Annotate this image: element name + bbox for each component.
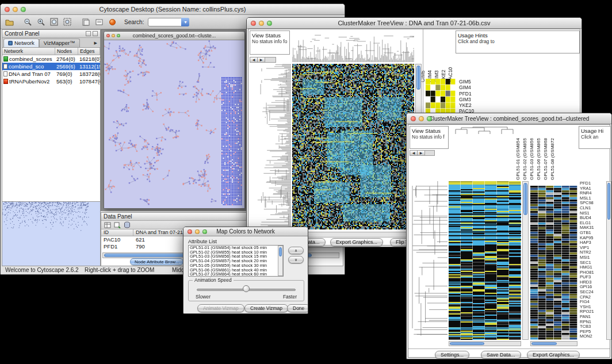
column-label[interactable]: GIM4 <box>427 32 433 82</box>
network-row[interactable]: DNA and Tran 07 769(0) 183728(0) <box>2 70 100 78</box>
network-row[interactable]: combined_sco 2569(6) 13112(15) <box>2 63 100 70</box>
attribute-list-vscroll-thumb[interactable] <box>279 247 282 256</box>
col-nodes[interactable]: Nodes <box>55 48 78 55</box>
treeview1-export-graphics-button[interactable]: Export Graphics... <box>330 238 383 246</box>
zoom-hscrollbar[interactable] <box>530 341 577 346</box>
row-dendrogram-canvas[interactable] <box>250 64 291 229</box>
gene-list-vscrollbar[interactable] <box>606 181 611 340</box>
gene-list-vscroll-thumb[interactable] <box>607 183 610 220</box>
dialog-minimize-button[interactable] <box>195 229 200 234</box>
dialog-maximize-button[interactable] <box>202 229 207 234</box>
inner-close-button[interactable] <box>106 34 110 37</box>
array-label[interactable]: GPL51-08 (GSM872 <box>550 126 556 180</box>
create-vizmap-button[interactable]: Create Vizmap <box>244 304 288 312</box>
col-edges[interactable]: Edges <box>78 48 100 55</box>
zoom-fit-icon[interactable] <box>48 17 60 28</box>
select-attributes-icon[interactable] <box>104 221 112 228</box>
treeview1-maximize-button[interactable] <box>267 21 272 26</box>
zoom-heatmap-canvas[interactable] <box>530 186 577 340</box>
network-view-window[interactable]: combined_scores_good.txt--cluste... <box>104 31 245 209</box>
snapshot-icon[interactable] <box>80 17 91 28</box>
tab-overflow-arrow[interactable]: ▶ <box>93 39 99 47</box>
treeview2-save-data-button[interactable]: Save Data... <box>481 351 521 359</box>
column-label[interactable]: PAC10 <box>447 32 454 82</box>
treeview2-settings-button[interactable]: Settings... <box>435 351 469 359</box>
gene-label[interactable]: MON2 <box>580 334 605 339</box>
move-down-button[interactable]: ∨ <box>288 256 304 263</box>
node-attribute-browser-button[interactable]: Node Attribute Brow... <box>130 258 183 265</box>
close-panel-icon[interactable] <box>93 31 98 36</box>
inner-minimize-button[interactable] <box>112 34 115 37</box>
treeview2-minimize-button[interactable] <box>419 116 424 121</box>
treeview1-mini-hscrollbar[interactable]: ◀ ▶ <box>250 57 276 63</box>
array-label[interactable]: GPL51-07 (GSM868 <box>543 126 549 180</box>
scroll-left-icon[interactable]: ◀ <box>410 151 418 155</box>
zoom-selected-icon[interactable] <box>62 17 73 28</box>
col-network[interactable]: Network <box>2 48 55 55</box>
float-panel-icon[interactable] <box>86 31 91 36</box>
attribute-list[interactable]: GPL51-01 (GSM854) heat shock 05 minGPL51… <box>188 245 284 277</box>
col-id[interactable]: ID <box>101 229 133 236</box>
dialog-titlebar[interactable]: Map Colors to Network <box>183 227 308 236</box>
selection-gene-label[interactable]: GIM5 <box>459 79 474 85</box>
heatmap2-hscroll-thumb[interactable] <box>450 342 484 345</box>
treeview1-minimize-button[interactable] <box>259 21 264 26</box>
column-dendrogram-canvas[interactable] <box>292 30 414 62</box>
animate-vizmap-button[interactable]: Animate Vizmap <box>197 304 244 312</box>
treeview1-titlebar[interactable]: ClusterMaker TreeView : DNA and Tran 07-… <box>247 18 582 29</box>
network-graph-canvas[interactable] <box>104 40 244 209</box>
zoom-in-icon[interactable] <box>35 17 47 28</box>
heatmap-canvas[interactable] <box>292 64 414 229</box>
treeview2-export-graphics-button[interactable]: Export Graphics... <box>527 351 580 359</box>
attribute-list-vscrollbar[interactable] <box>278 246 283 276</box>
array-label[interactable]: GPL51-02 (GSM855 <box>522 126 529 180</box>
selection-heatmap-canvas[interactable] <box>426 79 456 114</box>
close-button[interactable] <box>5 7 10 12</box>
cytoscape-titlebar[interactable]: Cytoscape Desktop (Session Name: collins… <box>1 4 345 15</box>
network-row[interactable]: tRNAPuberNov2 563(0) 107847(0) <box>2 78 100 85</box>
dialog-close-button[interactable] <box>188 229 192 234</box>
maximize-button[interactable] <box>21 7 26 12</box>
selection-gene-label[interactable]: PFD1 <box>459 91 474 97</box>
selection-gene-label[interactable]: YKE2 <box>459 102 474 108</box>
network-overview-thumbnail[interactable] <box>2 202 100 266</box>
array-label[interactable]: GPL51-03 (GSM856 <box>529 126 536 180</box>
vizmapper-icon[interactable] <box>106 17 118 28</box>
network-row[interactable]: combined_scores 2764(0) 16218(0) <box>2 55 100 63</box>
tab-network[interactable]: Network <box>3 39 39 47</box>
selection-gene-label[interactable]: GIM3 <box>459 97 474 102</box>
zoom-out-icon[interactable] <box>22 17 33 28</box>
treeview2-maximize-button[interactable] <box>427 116 432 121</box>
attribute-store-icon[interactable] <box>123 221 131 228</box>
heatmap2-canvas[interactable] <box>449 181 521 340</box>
search-dropdown-arrow-icon[interactable]: ▼ <box>181 18 189 26</box>
heatmap2-hscrollbar[interactable] <box>449 341 521 346</box>
move-up-button[interactable]: ∧ <box>288 247 304 254</box>
done-button[interactable]: Done <box>287 304 308 312</box>
array-label[interactable]: GPL51-01 (GSM854 <box>515 126 522 180</box>
column-dendrogram2-canvas[interactable] <box>450 126 521 134</box>
treeview1-close-button[interactable] <box>251 21 256 26</box>
speed-slider-thumb[interactable] <box>243 285 250 292</box>
treeview2-titlebar[interactable]: ClusterMaker TreeView : combined_scores_… <box>407 113 611 124</box>
scroll-right-icon[interactable]: ▶ <box>258 58 265 62</box>
treeview2-vscroll-thumb[interactable] <box>523 183 527 215</box>
array-label[interactable]: GPL51-06 (GSM865 <box>536 126 542 180</box>
zoom-hscroll-thumb[interactable] <box>531 342 557 345</box>
column-label[interactable]: YKE2 <box>441 32 447 82</box>
treeview2-vscrollbar[interactable] <box>522 181 529 340</box>
row-dendrogram2-canvas[interactable] <box>410 181 447 340</box>
attribute-item[interactable]: GPL51-07 (GSM864) heat shock 60 min <box>189 272 283 277</box>
annotation-icon[interactable] <box>93 17 105 28</box>
treeview2-mini-hscrollbar[interactable]: ◀ ▶ <box>410 150 435 156</box>
selection-gene-label[interactable]: GIM4 <box>459 85 474 90</box>
inner-maximize-button[interactable] <box>117 34 120 37</box>
scroll-left-icon[interactable]: ◀ <box>250 58 258 62</box>
scroll-right-icon[interactable]: ▶ <box>418 151 425 155</box>
treeview2-close-button[interactable] <box>411 116 416 121</box>
network-view-titlebar[interactable]: combined_scores_good.txt--cluste... <box>104 32 244 40</box>
column-label[interactable]: GIM3 <box>434 32 440 82</box>
open-session-icon[interactable] <box>3 17 15 28</box>
search-input[interactable]: ▼ <box>148 18 189 26</box>
create-attribute-icon[interactable] <box>113 221 121 228</box>
